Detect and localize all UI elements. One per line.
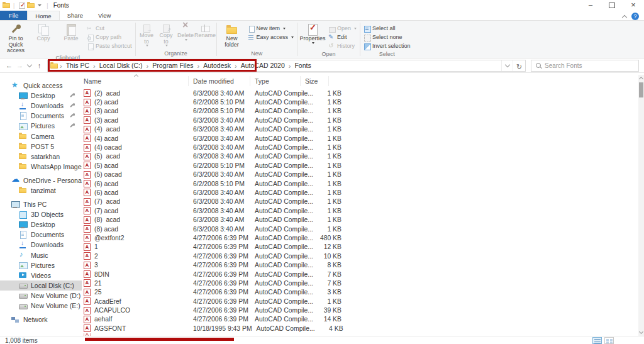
file-row[interactable]: aehalf 4/27/2006 6:39 PM AutoCAD Compile… (82, 315, 644, 324)
search-box[interactable] (531, 60, 639, 72)
maximize-button[interactable] (601, 0, 623, 11)
sidebar-item[interactable]: Network (0, 314, 82, 325)
select-all-button[interactable]: Select all (362, 24, 412, 33)
breadcrumb-segment[interactable]: This PC (64, 62, 92, 69)
breadcrumb-segment[interactable]: Program Files (150, 62, 196, 69)
file-row[interactable]: (5) acad 6/3/2008 3:40 AM AutoCAD Compil… (82, 152, 644, 161)
ribbon-tab[interactable]: File (0, 11, 27, 20)
sidebar-item[interactable]: Downloads (0, 101, 82, 111)
sidebar-item[interactable]: POST 5 (0, 141, 82, 152)
ribbon-tab[interactable]: View (91, 11, 118, 20)
open-button[interactable]: Open (327, 24, 358, 33)
scroll-down-icon[interactable] (639, 330, 643, 334)
file-row[interactable]: (2) acad 6/2/2008 5:10 PM AutoCAD Compil… (82, 97, 644, 106)
breadcrumb-segment[interactable]: AutoCAD 2020 (238, 62, 287, 69)
scroll-up-icon[interactable] (639, 77, 643, 81)
sidebar-item[interactable]: Documents (0, 230, 82, 240)
new-folder-quick-icon[interactable] (27, 1, 35, 9)
file-row[interactable]: @extfont2 4/27/2006 6:39 PM AutoCAD Comp… (82, 233, 644, 242)
paste-shortcut-button[interactable]: Paste shortcut (86, 42, 133, 50)
column-header-size[interactable]: Size (301, 76, 329, 86)
sidebar-item[interactable]: Camera (0, 131, 82, 141)
invert-selection-button[interactable]: Invert selection (362, 42, 412, 50)
sidebar-item[interactable]: tanzimat (0, 186, 82, 196)
file-row[interactable]: (4) acad 6/3/2008 3:40 AM AutoCAD Compil… (82, 125, 644, 134)
file-row[interactable]: (6) acad 6/2/2008 5:10 PM AutoCAD Compil… (82, 179, 644, 188)
file-row[interactable]: 1 4/27/2006 6:39 PM AutoCAD Compile... 1… (82, 243, 644, 252)
file-row[interactable]: 21 4/27/2006 6:39 PM AutoCAD Compile... … (82, 279, 644, 287)
search-input[interactable] (545, 62, 620, 69)
copy-to-button[interactable]: Copy to (157, 22, 175, 47)
breadcrumb-segment[interactable]: Local Disk (C:) (97, 62, 145, 69)
file-row[interactable]: 25 4/27/2006 6:39 PM AutoCAD Compile... … (82, 288, 644, 297)
file-row[interactable]: AcadEref 4/27/2006 6:39 PM AutoCAD Compi… (82, 297, 644, 306)
delete-button[interactable]: Delete (177, 22, 195, 41)
forward-icon[interactable] (14, 62, 25, 69)
sidebar-item[interactable]: Desktop (0, 219, 82, 230)
copy-button[interactable]: Copy (30, 22, 57, 42)
file-row[interactable]: (7) acad 6/3/2008 3:40 AM AutoCAD Compil… (82, 206, 644, 215)
sidebar-item[interactable]: Local Disk (C:) (0, 280, 82, 291)
ribbon-tab[interactable]: Home (27, 11, 59, 20)
file-row[interactable]: AGSFONT 10/18/1995 9:43 PM AutoCAD Compi… (82, 324, 644, 333)
sidebar-item[interactable]: This PC (0, 199, 82, 209)
rename-button[interactable]: Rename (196, 22, 214, 39)
cut-button[interactable]: Cut (86, 24, 133, 33)
properties-quick-icon[interactable] (19, 3, 25, 9)
file-row[interactable]: 3 4/27/2006 6:39 PM AutoCAD Compile... 8… (82, 260, 644, 269)
ribbon-tab[interactable]: Share (60, 11, 91, 20)
file-row[interactable]: (5) oacad 6/3/2008 3:40 AM AutoCAD Compi… (82, 170, 644, 179)
file-row[interactable]: ACAPULCO 4/27/2006 6:39 PM AutoCAD Compi… (82, 306, 644, 314)
sidebar-item[interactable]: 3D Objects (0, 209, 82, 219)
sidebar-item[interactable]: Music (0, 250, 82, 260)
pin-to-quick-access-button[interactable]: Pin to Quick access (3, 22, 29, 54)
file-row[interactable]: 8DIN 4/27/2006 6:39 PM AutoCAD Compile..… (82, 270, 644, 279)
move-to-button[interactable]: Move to (138, 22, 156, 47)
copy-path-button[interactable]: Copy path (86, 33, 133, 42)
back-icon[interactable] (4, 62, 14, 69)
details-view-button[interactable] (592, 337, 602, 344)
sidebar-item[interactable]: New Volume (E:) (0, 301, 82, 311)
recent-locations-icon[interactable] (25, 62, 34, 69)
minimize-button[interactable] (580, 0, 601, 11)
close-button[interactable] (623, 0, 644, 11)
address-bar[interactable]: This PC Local Disk (C:) Program Files (47, 60, 526, 72)
new-item-button[interactable]: New item (247, 24, 296, 33)
column-header-type[interactable]: Type (250, 76, 301, 86)
collapse-ribbon-icon[interactable] (622, 14, 627, 19)
file-row[interactable]: (2) acad 6/3/2008 3:40 AM AutoCAD Compil… (82, 89, 644, 97)
up-icon[interactable] (34, 62, 45, 69)
customize-toolbar-icon[interactable] (38, 4, 42, 6)
column-header-date[interactable]: Date modified (189, 76, 250, 86)
properties-button[interactable]: Properties (299, 22, 326, 44)
easy-access-button[interactable]: Easy access (247, 33, 296, 42)
file-row[interactable]: (3) acad 6/3/2008 3:40 AM AutoCAD Compil… (82, 116, 644, 125)
file-row[interactable]: (6) acad 6/3/2008 3:40 AM AutoCAD Compil… (82, 188, 644, 197)
scroll-thumb[interactable] (639, 82, 643, 97)
file-row[interactable]: (4) acad 6/3/2008 3:40 AM AutoCAD Compil… (82, 134, 644, 143)
address-dropdown-icon[interactable] (501, 60, 513, 71)
file-row[interactable]: (5) acad 6/2/2008 5:10 PM AutoCAD Compil… (82, 161, 644, 170)
sidebar-item[interactable]: satarkhan (0, 152, 82, 162)
new-folder-button[interactable]: New folder (219, 22, 245, 48)
file-row[interactable]: (8) acad 6/3/2008 3:40 AM AutoCAD Compil… (82, 225, 644, 233)
sidebar-item[interactable]: OneDrive - Personal (0, 175, 82, 186)
file-row[interactable]: (4) oacad 6/3/2008 3:40 AM AutoCAD Compi… (82, 143, 644, 152)
sidebar-item[interactable]: Pictures (0, 260, 82, 270)
sidebar-item[interactable]: Videos (0, 270, 82, 280)
file-row[interactable]: (3) acad 6/2/2008 5:10 PM AutoCAD Compil… (82, 107, 644, 116)
sidebar-item[interactable]: New Volume (D:) (0, 291, 82, 301)
sidebar-item[interactable]: Pictures (0, 121, 82, 131)
file-row[interactable]: (8) acad 6/3/2008 3:40 AM AutoCAD Compil… (82, 215, 644, 224)
file-row[interactable]: (7) acad 6/3/2008 3:40 AM AutoCAD Compil… (82, 197, 644, 206)
icons-view-button[interactable] (604, 337, 614, 344)
select-none-button[interactable]: Select none (362, 33, 412, 42)
sidebar-item[interactable]: Quick access (0, 80, 82, 91)
refresh-icon[interactable] (513, 60, 525, 71)
breadcrumb-segment[interactable]: Autodesk (201, 62, 233, 69)
sidebar-item[interactable]: Desktop (0, 91, 82, 101)
history-button[interactable]: History (327, 42, 358, 50)
sidebar-item[interactable]: Documents (0, 111, 82, 121)
breadcrumb-segment[interactable]: Fonts (292, 62, 313, 69)
paste-button[interactable]: Paste (58, 22, 84, 42)
